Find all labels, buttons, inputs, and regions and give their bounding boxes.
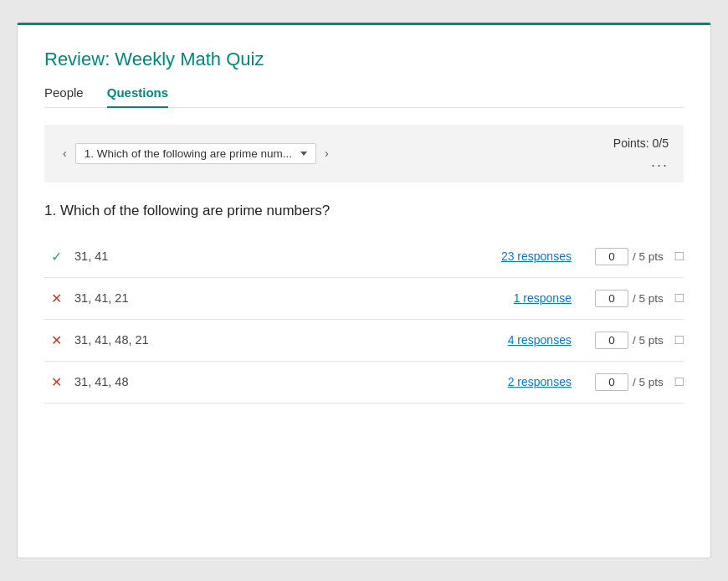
chevron-down-icon <box>300 152 307 156</box>
question-title: 1. Which of the following are prime numb… <box>44 203 684 219</box>
question-nav-right: Points: 0/5 ... <box>613 136 669 171</box>
answers-list: ✓ 31, 41 23 responses / 5 pts □ ✕ 31, 41… <box>44 236 684 404</box>
points-input-group: / 5 pts <box>595 332 664 349</box>
pts-label: / 5 pts <box>633 376 664 388</box>
answer-row: ✕ 31, 41, 48 2 responses / 5 pts □ <box>44 362 684 404</box>
main-card: Review: Weekly Math Quiz People Question… <box>17 23 711 558</box>
responses-link[interactable]: 23 responses <box>496 249 572 263</box>
next-arrow[interactable]: › <box>321 145 332 162</box>
incorrect-icon: ✕ <box>51 290 74 306</box>
points-input[interactable] <box>595 290 628 307</box>
tab-people[interactable]: People <box>44 85 84 108</box>
question-dropdown-label: 1. Which of the following are prime num.… <box>85 147 292 160</box>
tab-bar: People Questions <box>44 85 684 108</box>
comment-icon[interactable]: □ <box>675 332 684 348</box>
pts-label: / 5 pts <box>633 250 664 263</box>
answer-text: 31, 41, 21 <box>74 291 496 305</box>
answer-row: ✕ 31, 41, 48, 21 4 responses / 5 pts □ <box>44 320 684 362</box>
comment-icon[interactable]: □ <box>675 373 684 390</box>
points-input[interactable] <box>595 373 628 391</box>
answer-row: ✓ 31, 41 23 responses / 5 pts □ <box>44 236 684 278</box>
answer-text: 31, 41 <box>74 249 496 263</box>
answer-text: 31, 41, 48, 21 <box>74 333 496 347</box>
tab-questions[interactable]: Questions <box>107 85 168 108</box>
points-input-group: / 5 pts <box>595 290 664 307</box>
incorrect-icon: ✕ <box>51 332 74 348</box>
comment-icon[interactable]: □ <box>675 290 684 306</box>
points-input-group: / 5 pts <box>595 248 664 265</box>
responses-link[interactable]: 4 responses <box>496 333 572 347</box>
page-title: Review: Weekly Math Quiz <box>44 49 684 70</box>
responses-link[interactable]: 1 response <box>496 291 572 305</box>
question-nav-left: ‹ 1. Which of the following are prime nu… <box>59 143 332 164</box>
answer-row: ✕ 31, 41, 21 1 response / 5 pts □ <box>44 278 684 320</box>
prev-arrow[interactable]: ‹ <box>59 145 70 162</box>
pts-label: / 5 pts <box>633 292 664 305</box>
points-input[interactable] <box>595 248 628 265</box>
points-input-group: / 5 pts <box>595 373 664 391</box>
pts-label: / 5 pts <box>633 334 664 347</box>
question-dropdown[interactable]: 1. Which of the following are prime num.… <box>75 143 316 164</box>
points-input[interactable] <box>595 332 628 349</box>
responses-link[interactable]: 2 responses <box>496 375 572 388</box>
answer-text: 31, 41, 48 <box>74 375 496 388</box>
comment-icon[interactable]: □ <box>675 248 684 265</box>
correct-icon: ✓ <box>51 249 74 265</box>
points-label: Points: 0/5 <box>613 136 669 150</box>
more-options-button[interactable]: ... <box>651 153 669 171</box>
incorrect-icon: ✕ <box>51 374 74 390</box>
question-nav-bar: ‹ 1. Which of the following are prime nu… <box>44 125 684 183</box>
